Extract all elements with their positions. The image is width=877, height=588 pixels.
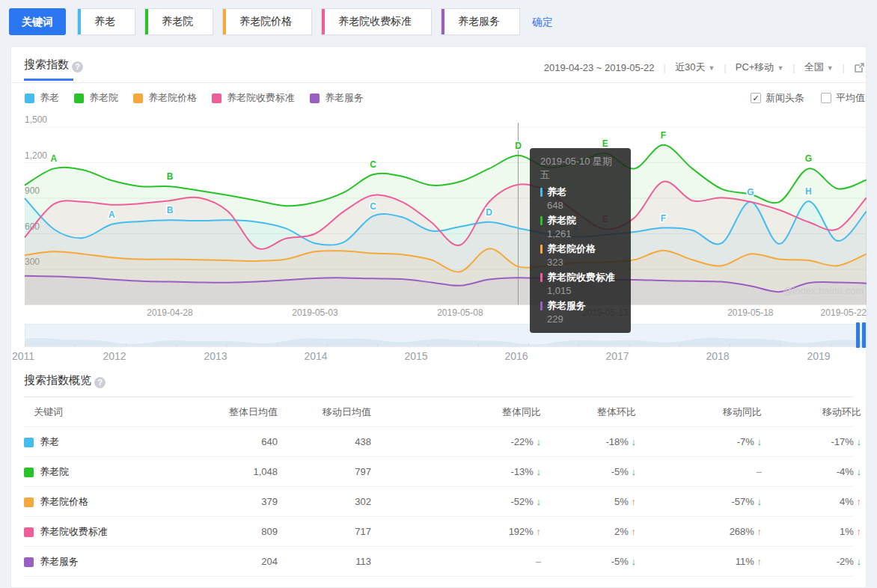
keyword-swatch — [24, 527, 34, 537]
headline-marker-F[interactable]: F — [661, 130, 666, 141]
keyword-chip[interactable]: 养老 — [77, 8, 135, 35]
headline-marker-E[interactable]: E — [602, 138, 608, 149]
legend-item[interactable]: 养老 — [25, 91, 59, 105]
up-arrow-icon: ↑ — [632, 526, 637, 537]
timeline-tick — [277, 343, 278, 346]
timeline-year-2013[interactable]: 2013 — [204, 350, 227, 362]
timeline-year-2011[interactable]: 2011 — [12, 350, 34, 362]
headline-marker-G[interactable]: G — [747, 187, 754, 197]
headline-marker-A[interactable]: A — [109, 209, 115, 220]
down-arrow-icon: ↓ — [632, 436, 637, 447]
legend-label: 养老院 — [89, 91, 118, 105]
keyword-chip[interactable]: 养老院收费标准 — [321, 8, 432, 35]
timeline-tick — [75, 343, 76, 346]
checkbox-checked[interactable]: ✓ 新闻头条 — [751, 91, 804, 105]
trend-cell: -57% ↓ — [664, 487, 762, 517]
x-axis-label: 2019-05-22 — [821, 307, 867, 318]
timeline-tick — [629, 343, 630, 346]
help-icon[interactable]: ? — [72, 61, 83, 73]
timeline-year-2017[interactable]: 2017 — [605, 350, 629, 362]
legend-label: 养老院收费标准 — [227, 91, 295, 105]
legend-item[interactable]: 养老服务 — [310, 91, 364, 105]
chip-color-bar — [223, 9, 226, 34]
headline-marker-C[interactable]: C — [370, 201, 376, 212]
headline-marker-B[interactable]: B — [167, 171, 174, 182]
date-range: 2019-04-23 ~ 2019-05-22 — [544, 62, 655, 73]
legend-swatch — [212, 94, 221, 103]
timeline-year-2016[interactable]: 2016 — [504, 350, 528, 362]
timeline-year-2018[interactable]: 2018 — [706, 350, 729, 362]
mobile-avg-cell: 113 — [289, 547, 371, 577]
headline-marker-C[interactable]: C — [370, 159, 376, 170]
headline-marker-E[interactable]: E — [573, 221, 579, 232]
keyword-label: 养老 — [40, 427, 59, 457]
mobile-avg-cell: 717 — [289, 517, 371, 547]
timeline-year-2019[interactable]: 2019 — [807, 350, 830, 362]
legend-item[interactable]: 养老院价格 — [133, 91, 197, 105]
headline-marker-D[interactable]: D — [486, 207, 492, 218]
tab-search-index[interactable]: 搜索指数 ? — [24, 58, 83, 73]
trend-cell: 1% ↑ — [764, 517, 861, 547]
trend-line-chart[interactable]: 3006009001,2001,500ABCDEFGHABCDEFGE2019-… — [10, 112, 867, 320]
trend-cell: -2% ↓ — [764, 547, 861, 577]
headline-marker-G[interactable]: G — [805, 153, 812, 164]
down-arrow-icon: ↓ — [632, 466, 637, 477]
legend-item[interactable]: 养老院收费标准 — [212, 91, 295, 105]
chart-controls: 2019-04-23 ~ 2019-05-22 | 近30天▼ | PC+移动▼… — [544, 61, 865, 74]
up-arrow-icon: ↑ — [857, 526, 862, 537]
overall-avg-cell: 640 — [195, 427, 278, 457]
range-dropdown[interactable]: 近30天▼ — [675, 61, 715, 74]
keyword-chip[interactable]: 养老院价格 — [222, 8, 312, 35]
col-header: 移动日均值 — [289, 397, 371, 427]
headline-marker-B[interactable]: B — [167, 205, 174, 215]
headline-marker-E[interactable]: E — [602, 214, 608, 224]
timeline-year-2012[interactable]: 2012 — [103, 350, 126, 362]
slider-handle-right[interactable] — [862, 322, 866, 348]
x-axis-label: 2019-05-03 — [292, 307, 338, 318]
external-link-icon[interactable] — [854, 62, 865, 73]
up-arrow-icon: ↑ — [632, 496, 637, 507]
headline-marker-F[interactable]: F — [661, 213, 666, 224]
up-arrow-icon: ↑ — [757, 526, 763, 537]
mobile-avg-cell: 438 — [289, 427, 371, 457]
headline-marker-A[interactable]: A — [50, 153, 57, 164]
trend-cell: -22% ↓ — [444, 427, 541, 457]
separator: | — [843, 62, 845, 73]
chart-legend: 养老 养老院 养老院价格 养老院收费标准 养老服务 — [25, 91, 364, 105]
row-separator — [24, 576, 853, 577]
timeline-tick — [377, 343, 378, 346]
down-arrow-icon: ↓ — [757, 496, 763, 507]
timeline-silhouette — [25, 338, 867, 346]
timeline-year-2015[interactable]: 2015 — [404, 350, 427, 362]
checkbox-unchecked[interactable]: 平均值 — [821, 91, 865, 105]
keyword-button[interactable]: 关键词 — [9, 8, 66, 35]
table-row-养老院收费标准: 养老院收费标准809717192% ↑2% ↑268% ↑1% ↑ — [24, 517, 853, 547]
x-axis-label: 2019-04-28 — [147, 307, 193, 318]
separator: | — [724, 62, 726, 73]
keyword-label: 养老院 — [40, 457, 69, 487]
x-axis-label: 2019-05-13 — [582, 307, 629, 318]
region-dropdown[interactable]: 全国▼ — [804, 61, 834, 74]
timeline-tick — [25, 343, 25, 346]
slider-handle-left[interactable] — [856, 322, 860, 348]
legend-item[interactable]: 养老院 — [74, 91, 118, 105]
keyword-chip[interactable]: 养老服务 — [441, 8, 520, 35]
timeline-track[interactable] — [25, 324, 867, 346]
timeline-year-2014[interactable]: 2014 — [304, 350, 327, 362]
separator: | — [664, 62, 666, 73]
headline-marker-D[interactable]: D — [515, 141, 522, 151]
help-icon[interactable]: ? — [94, 377, 106, 388]
overall-avg-cell: 379 — [195, 487, 278, 517]
down-arrow-icon: ↓ — [857, 466, 862, 477]
chip-label: 养老院收费标准 — [338, 15, 412, 28]
trend-cell: – — [444, 547, 541, 577]
keyword-chip[interactable]: 养老院 — [144, 8, 213, 35]
device-dropdown[interactable]: PC+移动▼ — [736, 61, 784, 74]
trend-cell: -7% ↓ — [664, 427, 762, 457]
legend-swatch — [310, 94, 320, 103]
headline-marker-H[interactable]: H — [805, 186, 812, 197]
col-header: 移动环比 — [764, 397, 861, 427]
checkbox-box[interactable]: ✓ — [751, 93, 761, 103]
confirm-link[interactable]: 确定 — [532, 16, 553, 29]
checkbox-box[interactable] — [821, 93, 831, 103]
